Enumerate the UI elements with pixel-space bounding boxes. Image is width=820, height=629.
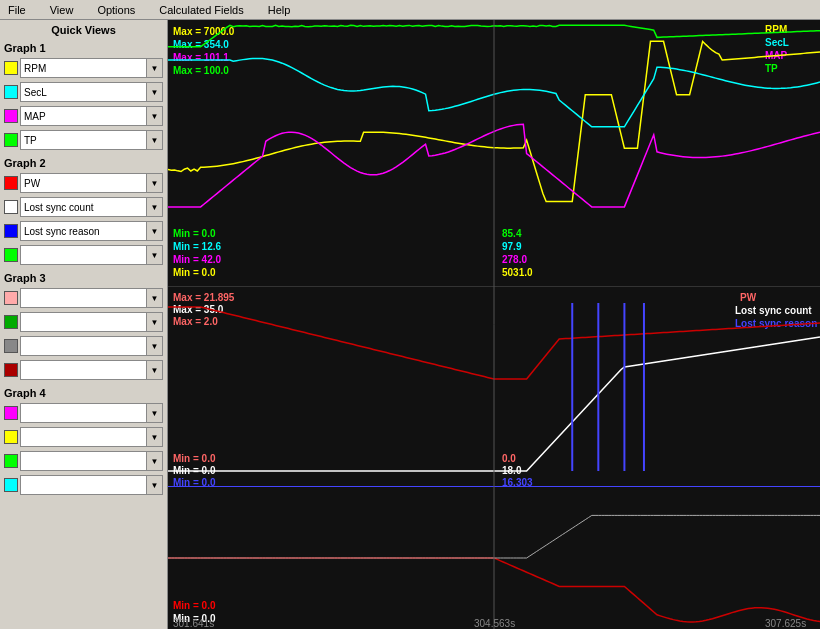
channel-map: MAP ▼: [4, 105, 163, 127]
rpm-dropdown[interactable]: ▼: [147, 58, 163, 78]
tp-dropdown[interactable]: ▼: [147, 130, 163, 150]
g4-4-dropdown[interactable]: ▼: [147, 475, 163, 495]
channel-g3-3: ▼: [4, 335, 163, 357]
g3-4-dropdown[interactable]: ▼: [147, 360, 163, 380]
main-layout: Quick Views Graph 1 RPM ▼ SecL ▼ MAP ▼ T…: [0, 20, 820, 629]
g3-3-name[interactable]: [20, 336, 147, 356]
lost-sync-count-name[interactable]: Lost sync count: [20, 197, 147, 217]
sidebar: Quick Views Graph 1 RPM ▼ SecL ▼ MAP ▼ T…: [0, 20, 168, 629]
chart-area[interactable]: [168, 20, 820, 629]
tp-color: [4, 133, 18, 147]
menu-view[interactable]: View: [46, 3, 78, 17]
g4-3-color: [4, 454, 18, 468]
lost-sync-reason-color: [4, 224, 18, 238]
channel-secl: SecL ▼: [4, 81, 163, 103]
secl-name[interactable]: SecL: [20, 82, 147, 102]
lost-sync-count-dropdown[interactable]: ▼: [147, 197, 163, 217]
channel-g4-1: ▼: [4, 402, 163, 424]
channel-g3-4: ▼: [4, 359, 163, 381]
map-color: [4, 109, 18, 123]
g4-3-dropdown[interactable]: ▼: [147, 451, 163, 471]
menu-calculated-fields[interactable]: Calculated Fields: [155, 3, 247, 17]
secl-dropdown[interactable]: ▼: [147, 82, 163, 102]
graph1-title: Graph 1: [4, 42, 163, 54]
pw-name[interactable]: PW: [20, 173, 147, 193]
g4-1-dropdown[interactable]: ▼: [147, 403, 163, 423]
menu-options[interactable]: Options: [93, 3, 139, 17]
g2-empty-name[interactable]: [20, 245, 147, 265]
g3-2-color: [4, 315, 18, 329]
g4-1-color: [4, 406, 18, 420]
channel-tp: TP ▼: [4, 129, 163, 151]
channel-g4-4: ▼: [4, 474, 163, 496]
g4-1-name[interactable]: [20, 403, 147, 423]
g3-3-color: [4, 339, 18, 353]
map-name[interactable]: MAP: [20, 106, 147, 126]
pw-color: [4, 176, 18, 190]
g4-2-dropdown[interactable]: ▼: [147, 427, 163, 447]
channel-lost-sync-reason: Lost sync reason ▼: [4, 220, 163, 242]
channel-rpm: RPM ▼: [4, 57, 163, 79]
channel-g4-2: ▼: [4, 426, 163, 448]
channel-g3-2: ▼: [4, 311, 163, 333]
pw-dropdown[interactable]: ▼: [147, 173, 163, 193]
menu-file[interactable]: File: [4, 3, 30, 17]
g4-2-name[interactable]: [20, 427, 147, 447]
g4-2-color: [4, 430, 18, 444]
channel-g4-3: ▼: [4, 450, 163, 472]
channel-lost-sync-count: Lost sync count ▼: [4, 196, 163, 218]
g3-1-dropdown[interactable]: ▼: [147, 288, 163, 308]
lost-sync-reason-dropdown[interactable]: ▼: [147, 221, 163, 241]
menu-help[interactable]: Help: [264, 3, 295, 17]
lost-sync-reason-name[interactable]: Lost sync reason: [20, 221, 147, 241]
tp-name[interactable]: TP: [20, 130, 147, 150]
channel-g2-empty: ▼: [4, 244, 163, 266]
g3-4-name[interactable]: [20, 360, 147, 380]
g2-empty-dropdown[interactable]: ▼: [147, 245, 163, 265]
graph3-title: Graph 3: [4, 272, 163, 284]
g4-3-name[interactable]: [20, 451, 147, 471]
graph4-title: Graph 4: [4, 387, 163, 399]
g3-3-dropdown[interactable]: ▼: [147, 336, 163, 356]
menubar: File View Options Calculated Fields Help: [0, 0, 820, 20]
quick-views-title: Quick Views: [4, 24, 163, 36]
g3-2-name[interactable]: [20, 312, 147, 332]
secl-color: [4, 85, 18, 99]
g4-4-name[interactable]: [20, 475, 147, 495]
channel-pw: PW ▼: [4, 172, 163, 194]
g2-empty-color: [4, 248, 18, 262]
lost-sync-count-color: [4, 200, 18, 214]
main-chart-canvas[interactable]: [168, 20, 820, 629]
map-dropdown[interactable]: ▼: [147, 106, 163, 126]
graph2-title: Graph 2: [4, 157, 163, 169]
g3-1-color: [4, 291, 18, 305]
g3-1-name[interactable]: [20, 288, 147, 308]
rpm-color: [4, 61, 18, 75]
g3-4-color: [4, 363, 18, 377]
g4-4-color: [4, 478, 18, 492]
rpm-name[interactable]: RPM: [20, 58, 147, 78]
g3-2-dropdown[interactable]: ▼: [147, 312, 163, 332]
channel-g3-1: ▼: [4, 287, 163, 309]
